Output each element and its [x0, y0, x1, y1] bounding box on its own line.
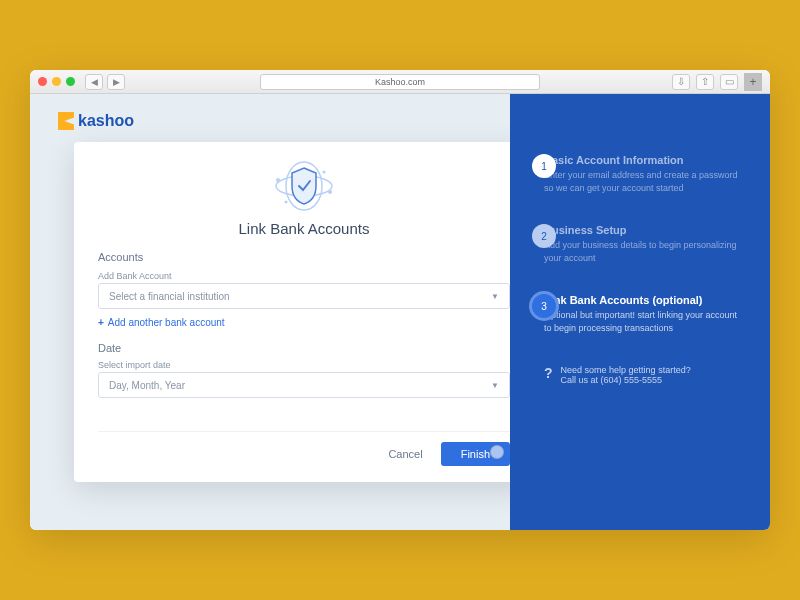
page-content: kashoo Link Bank Accounts	[30, 94, 770, 530]
cancel-button[interactable]: Cancel	[388, 448, 422, 460]
cursor-icon	[490, 445, 504, 459]
modal-title: Link Bank Accounts	[98, 220, 510, 237]
step-desc: Optional but important! start linking yo…	[544, 309, 746, 334]
step-3: 3 Link Bank Accounts (optional) Optional…	[544, 294, 746, 334]
svg-point-3	[328, 190, 332, 194]
browser-titlebar: ◀ ▶ Kashoo.com ⇩ ⇧ ▭ +	[30, 70, 770, 94]
browser-window: ◀ ▶ Kashoo.com ⇩ ⇧ ▭ + kashoo	[30, 70, 770, 530]
toolbar-right: ⇩ ⇧ ▭ +	[672, 73, 762, 91]
svg-point-5	[323, 171, 326, 174]
back-button[interactable]: ◀	[85, 74, 103, 90]
date-select-placeholder: Day, Month, Year	[109, 380, 185, 391]
logo-text: kashoo	[78, 112, 134, 130]
date-field-label: Select import date	[98, 360, 510, 370]
finish-button[interactable]: Finish	[441, 442, 510, 466]
steps-list: 1 Basic Account Information Enter your e…	[544, 154, 746, 335]
nav-arrows: ◀ ▶	[85, 74, 125, 90]
step-2: 2 Business Setup Add your business detai…	[544, 224, 746, 264]
accounts-section-label: Accounts	[98, 251, 510, 263]
step-number: 2	[532, 224, 556, 248]
modal-footer: Cancel Finish	[98, 431, 510, 466]
tabs-icon[interactable]: ▭	[720, 74, 738, 90]
add-bank-label: Add another bank account	[108, 317, 225, 328]
left-panel: kashoo Link Bank Accounts	[30, 94, 510, 530]
finish-label: Finish	[461, 448, 490, 460]
steps-sidebar: 1 Basic Account Information Enter your e…	[510, 94, 770, 530]
new-tab-button[interactable]: +	[744, 73, 762, 91]
shield-illustration	[259, 158, 349, 214]
step-number: 1	[532, 154, 556, 178]
step-desc: Enter your email address and create a pa…	[544, 169, 746, 194]
maximize-window-icon[interactable]	[66, 77, 75, 86]
download-icon[interactable]: ⇩	[672, 74, 690, 90]
help-line-2: Call us at (604) 555-5555	[561, 375, 691, 385]
step-title: Link Bank Accounts (optional)	[544, 294, 746, 306]
forward-button[interactable]: ▶	[107, 74, 125, 90]
step-title: Basic Account Information	[544, 154, 746, 166]
chevron-down-icon: ▼	[491, 381, 499, 390]
plus-icon: +	[98, 317, 104, 328]
date-select[interactable]: Day, Month, Year ▼	[98, 372, 510, 398]
help-line-1: Need some help getting started?	[561, 365, 691, 375]
bank-select-placeholder: Select a financial institution	[109, 291, 230, 302]
svg-point-4	[285, 201, 288, 204]
help-icon: ?	[544, 365, 553, 381]
add-bank-link[interactable]: + Add another bank account	[98, 317, 510, 328]
step-1: 1 Basic Account Information Enter your e…	[544, 154, 746, 194]
onboarding-modal: Link Bank Accounts Accounts Add Bank Acc…	[74, 142, 534, 482]
chevron-down-icon: ▼	[491, 292, 499, 301]
svg-point-2	[276, 178, 280, 182]
bank-select[interactable]: Select a financial institution ▼	[98, 283, 510, 309]
bank-field-label: Add Bank Account	[98, 271, 510, 281]
logo[interactable]: kashoo	[58, 112, 134, 130]
close-window-icon[interactable]	[38, 77, 47, 86]
url-bar[interactable]: Kashoo.com	[260, 74, 540, 90]
help-block: ? Need some help getting started? Call u…	[544, 365, 746, 385]
step-title: Business Setup	[544, 224, 746, 236]
logo-mark-icon	[58, 112, 74, 130]
window-controls	[38, 77, 75, 86]
minimize-window-icon[interactable]	[52, 77, 61, 86]
step-desc: Add your business details to begin perso…	[544, 239, 746, 264]
date-section-label: Date	[98, 342, 510, 354]
date-section: Date Select import date Day, Month, Year…	[98, 342, 510, 398]
share-icon[interactable]: ⇧	[696, 74, 714, 90]
